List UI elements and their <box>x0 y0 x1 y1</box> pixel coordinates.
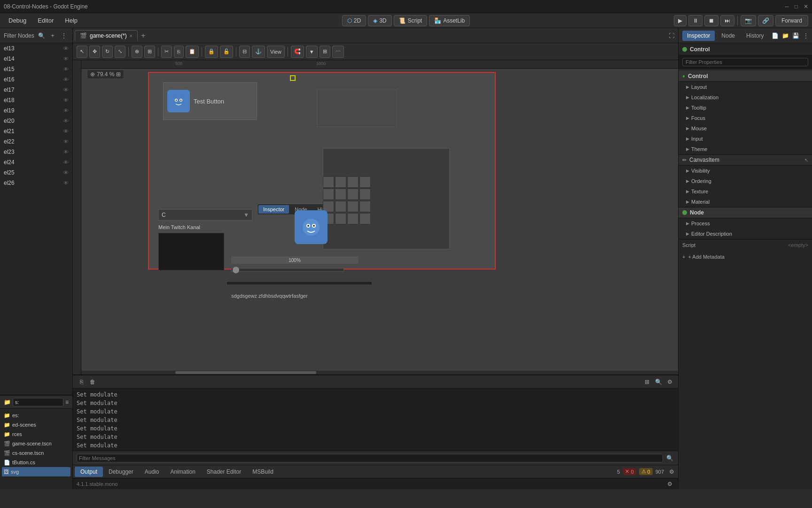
log-tab-shader[interactable]: Shader Editor <box>201 467 247 477</box>
h-scrollbar-thumb[interactable] <box>175 371 316 374</box>
scene-black-rect[interactable] <box>158 233 224 270</box>
add-metadata-btn[interactable]: + + Add Metadata <box>679 250 812 263</box>
el22-eye-icon[interactable]: 👁 <box>63 139 69 144</box>
log-expand-icon[interactable]: ⊞ <box>642 377 652 387</box>
el24-eye-icon[interactable]: 👁 <box>63 159 69 165</box>
log-tab-output[interactable]: Output <box>75 467 103 477</box>
fs-search-input[interactable] <box>13 398 63 406</box>
tree-item-el19[interactable]: el19 👁 <box>0 105 72 116</box>
tab-close-btn[interactable]: × <box>130 33 133 39</box>
fs-item-game-scene[interactable]: 🎬 game-scene.tscn <box>2 439 70 448</box>
tree-item-el16[interactable]: el16 👁 <box>0 74 72 85</box>
group-tool[interactable]: ⊞ <box>144 46 155 58</box>
zoom-reset-icon[interactable]: ⊕ <box>90 71 95 78</box>
fs-filter-icon[interactable]: ≡ <box>65 399 69 405</box>
stop-btn[interactable]: ⏹ <box>704 15 718 26</box>
scene-grid[interactable] <box>323 176 371 224</box>
copy-tool[interactable]: ⎘ <box>174 46 184 58</box>
scene-search-icon[interactable]: 🔍 <box>37 31 46 40</box>
node-section-header[interactable]: Node <box>679 207 812 218</box>
tree-item-el22[interactable]: el22 👁 <box>0 136 72 147</box>
node-tab[interactable]: Node <box>717 31 740 41</box>
tree-item-el24[interactable]: el24 👁 <box>0 157 72 167</box>
tree-item-el20[interactable]: el20 👁 <box>0 116 72 126</box>
log-tab-animation[interactable]: Animation <box>164 467 201 477</box>
el16-eye-icon[interactable]: 👁 <box>63 77 69 82</box>
pivot-tool[interactable]: ⊕ <box>132 46 142 58</box>
remote-btn[interactable]: 🔗 <box>758 15 773 26</box>
insp-focus[interactable]: ▶ Focus <box>679 113 812 123</box>
log-clear-icon[interactable]: 🗑 <box>88 377 97 387</box>
insp-mouse[interactable]: ▶ Mouse <box>679 123 812 134</box>
camera-btn[interactable]: 📷 <box>741 15 756 26</box>
inspector-tab[interactable]: Inspector <box>682 31 715 41</box>
insp-visibility[interactable]: ▶ Visibility <box>679 166 812 176</box>
menu-help[interactable]: Help <box>60 15 82 26</box>
tree-item-el25[interactable]: el25 👁 <box>0 167 72 178</box>
el19-eye-icon[interactable]: 👁 <box>63 108 69 113</box>
insp-input[interactable]: ▶ Input <box>679 134 812 144</box>
add-tab-btn[interactable]: + <box>138 30 149 41</box>
history-tab[interactable]: History <box>742 31 768 41</box>
snap-options-btn[interactable]: ▼ <box>306 46 318 58</box>
move-tool[interactable]: ✥ <box>89 46 100 58</box>
status-settings-icon[interactable]: ⚙ <box>665 479 674 489</box>
scene-add-icon[interactable]: + <box>48 31 57 40</box>
mini-tab-inspector[interactable]: Inspector <box>258 205 289 214</box>
fs-item-es[interactable]: 📁 es: <box>2 411 70 420</box>
scale-tool[interactable]: ⤡ <box>115 46 125 58</box>
menu-debug[interactable]: Debug <box>4 15 31 26</box>
more-btn[interactable]: ⋯ <box>332 46 344 58</box>
fs-item-cs-scene[interactable]: 🎬 cs-scene.tscn <box>2 448 70 458</box>
el15-eye-icon[interactable]: 👁 <box>63 66 69 72</box>
inspector-filter-input[interactable] <box>682 58 808 66</box>
tree-item-el13[interactable]: el13 👁 <box>0 43 72 54</box>
el23-eye-icon[interactable]: 👁 <box>63 149 69 155</box>
insp-tooltip[interactable]: ▶ Tooltip <box>679 103 812 113</box>
grid-tool[interactable]: ⊟ <box>239 46 250 58</box>
insp-layout[interactable]: ▶ Layout <box>679 82 812 92</box>
tree-item-el23[interactable]: el23 👁 <box>0 147 72 157</box>
tree-item-el21[interactable]: el21 👁 <box>0 126 72 136</box>
snap-btn[interactable]: 🧲 <box>291 46 304 58</box>
canvasitem-header[interactable]: ✏ CanvasItem ↖ <box>679 154 812 166</box>
log-tab-debugger[interactable]: Debugger <box>103 467 139 477</box>
select-tool[interactable]: ↖ <box>77 46 87 58</box>
el26-eye-icon[interactable]: 👁 <box>63 180 69 186</box>
fs-item-rces[interactable]: 📁 rces <box>2 429 70 439</box>
el20-eye-icon[interactable]: 👁 <box>63 118 69 124</box>
log-copy-icon[interactable]: ⎘ <box>77 377 86 387</box>
tree-item-el14[interactable]: el14 👁 <box>0 54 72 64</box>
forward-btn[interactable]: Forward <box>775 15 808 26</box>
insp-localization[interactable]: ▶ Localization <box>679 92 812 103</box>
filter-search-icon[interactable]: 🔍 <box>665 453 674 463</box>
fullscreen-btn[interactable]: ⛶ <box>667 31 676 40</box>
lock-tool[interactable]: 🔒 <box>205 46 218 58</box>
mode-assetlib-btn[interactable]: 🏪 AssetLib <box>429 15 470 26</box>
insp-process[interactable]: ▶ Process <box>679 218 812 229</box>
scene-godot-char[interactable] <box>295 210 328 244</box>
tree-item-el18[interactable]: el18 👁 <box>0 95 72 105</box>
pause-btn[interactable]: ⏸ <box>688 15 703 26</box>
slider-thumb[interactable] <box>233 267 239 273</box>
h-scrollbar[interactable] <box>81 371 678 374</box>
step-btn[interactable]: ⏭ <box>720 15 734 26</box>
play-btn[interactable]: ▶ <box>674 15 687 26</box>
log-settings2-icon[interactable]: ⚙ <box>667 467 676 476</box>
insp-texture[interactable]: ▶ Texture <box>679 186 812 197</box>
main-tab[interactable]: 🎬 game-scene(*) × <box>75 30 138 41</box>
scene-rect-top[interactable] <box>317 89 397 127</box>
el25-eye-icon[interactable]: 👁 <box>63 170 69 175</box>
log-tab-msbuild[interactable]: MSBuild <box>247 467 279 477</box>
scene-button-node[interactable]: Test Button <box>163 82 257 120</box>
scissors-tool[interactable]: ✂ <box>161 46 172 58</box>
tree-item-el17[interactable]: el17 👁 <box>0 85 72 95</box>
fs-item-tbutton[interactable]: 📄 tButton.cs <box>2 458 70 467</box>
insp-material[interactable]: ▶ Material <box>679 197 812 207</box>
log-tab-audio[interactable]: Audio <box>139 467 165 477</box>
el18-eye-icon[interactable]: 👁 <box>63 97 69 103</box>
insp-folder-icon[interactable]: 📁 <box>781 31 790 40</box>
el17-eye-icon[interactable]: 👁 <box>63 87 69 93</box>
unlock-tool[interactable]: 🔓 <box>220 46 233 58</box>
scene-slider[interactable] <box>231 268 344 272</box>
